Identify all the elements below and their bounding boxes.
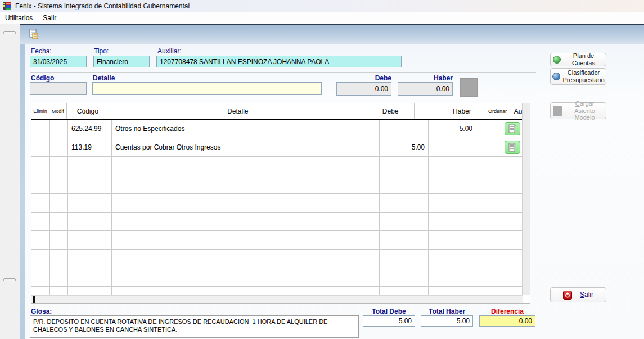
clasificador-presupuestario-button[interactable]: Clasificador Presupuestario	[550, 68, 606, 85]
grid-body: 625.24.99 Otros no Especificados 5.00	[31, 120, 530, 295]
total-haber-label: Total Haber	[421, 308, 473, 315]
empty-row	[31, 175, 530, 194]
power-icon	[563, 291, 572, 300]
blue-sphere-icon	[552, 73, 560, 80]
cell-haber[interactable]: 5.00	[429, 120, 476, 138]
document-copy-icon	[28, 28, 40, 40]
glosa-label: Glosa:	[31, 308, 52, 315]
notepad-icon	[508, 143, 516, 152]
grid-vertical-scrollbar[interactable]	[522, 103, 530, 295]
left-splitter-panel[interactable]	[0, 24, 20, 339]
splitter-handle-bottom[interactable]	[3, 278, 16, 281]
empty-row	[31, 157, 530, 175]
title-bar: Fenix - Sistema Integrado de Contabilida…	[0, 0, 644, 12]
haber-label: Haber	[398, 74, 453, 82]
col-header-ordenar-x	[415, 103, 439, 119]
debe-label: Debe	[336, 74, 391, 82]
fecha-label: Fecha:	[31, 47, 52, 55]
hscroll-thumb[interactable]	[33, 296, 35, 303]
menu-salir[interactable]: Salir	[38, 13, 61, 23]
cell-codigo[interactable]: 113.19	[68, 138, 112, 156]
splitter-handle-top[interactable]	[3, 31, 16, 34]
empty-row	[31, 287, 530, 295]
cell-detalle[interactable]: Cuentas por Cobrar Otros Ingresos	[112, 138, 380, 156]
col-header-debe: Debe	[367, 103, 415, 119]
debe-input[interactable]: 0.00	[336, 82, 391, 96]
col-header-ordenar: Ordenar	[485, 103, 510, 119]
aux-button[interactable]	[505, 122, 520, 135]
grid-header-row: Elimin Modif Código Detalle Debe Haber O…	[31, 103, 530, 120]
empty-row	[31, 194, 530, 213]
plan-de-cuentas-button[interactable]: Plan de Cuentas	[550, 53, 606, 66]
col-header-elimin: Elimin	[31, 103, 49, 119]
app-logo-icon	[3, 2, 12, 11]
toolbar	[20, 25, 644, 44]
col-header-haber: Haber	[439, 103, 485, 119]
tipo-input[interactable]: Financiero	[93, 56, 150, 67]
table-row[interactable]: 113.19 Cuentas por Cobrar Otros Ingresos…	[31, 138, 530, 157]
cell-debe[interactable]: 5.00	[380, 138, 429, 156]
cell-detalle[interactable]: Otros no Especificados	[112, 120, 380, 138]
plan-de-cuentas-label: Plan de Cuentas	[564, 52, 604, 66]
total-debe-field: 5.00	[363, 315, 415, 327]
cargar-asiento-modelo-button[interactable]: Cargar Asiento Modelo	[550, 102, 606, 119]
entries-grid: Elimin Modif Código Detalle Debe Haber O…	[31, 103, 530, 304]
notepad-icon	[508, 124, 516, 133]
haber-input[interactable]: 0.00	[398, 82, 453, 96]
cargar-asiento-label: Cargar Asiento Modelo	[566, 100, 604, 121]
grid-horizontal-scrollbar[interactable]	[31, 295, 523, 303]
fecha-input[interactable]: 31/03/2025	[30, 56, 87, 67]
empty-row	[31, 250, 530, 268]
auxiliar-input[interactable]: 1207708478 SANTILLAN ESPINOZA JOHANNA PA…	[156, 56, 402, 67]
menu-bar: Utilitarios Salir	[0, 12, 644, 24]
cell-haber[interactable]	[429, 138, 476, 156]
codigo-label: Código	[31, 74, 54, 82]
menu-utilitarios[interactable]: Utilitarios	[0, 13, 38, 23]
empty-row	[31, 213, 530, 231]
aux-button[interactable]	[505, 141, 520, 154]
auxiliar-label: Auxiliar:	[157, 47, 182, 55]
empty-row	[31, 231, 530, 250]
col-header-codigo: Código	[67, 103, 109, 119]
glosa-textarea[interactable]: P/R. DEPOSITO EN CUENTA ROTATIVA DE INGR…	[30, 315, 359, 338]
detalle-input[interactable]	[92, 82, 322, 95]
codigo-input[interactable]	[30, 82, 87, 95]
tipo-label: Tipo:	[94, 47, 109, 55]
col-header-detalle: Detalle	[109, 103, 367, 119]
window-title: Fenix - Sistema Integrado de Contabilida…	[15, 2, 190, 10]
green-sphere-icon	[553, 56, 561, 64]
app-window: Fenix - Sistema Integrado de Contabilida…	[0, 0, 644, 339]
left-edge-strip	[20, 44, 25, 339]
cell-codigo[interactable]: 625.24.99	[68, 120, 112, 138]
add-entry-button[interactable]	[460, 78, 478, 97]
total-debe-label: Total Debe	[363, 308, 415, 315]
col-header-modif: Modif	[49, 103, 67, 119]
form-separator	[30, 72, 536, 73]
cell-debe[interactable]	[380, 120, 429, 138]
gray-square-icon	[553, 106, 562, 116]
table-row[interactable]: 625.24.99 Otros no Especificados 5.00	[31, 120, 530, 138]
clasificador-label: Clasificador Presupuestario	[563, 69, 605, 83]
total-haber-field: 5.00	[421, 315, 473, 327]
empty-row	[31, 268, 530, 287]
detalle-label: Detalle	[93, 74, 115, 82]
diferencia-label: Diferencia	[479, 308, 535, 315]
salir-label: Salir	[580, 291, 593, 299]
diferencia-field: 0.00	[479, 315, 535, 327]
salir-button[interactable]: Salir	[550, 287, 606, 302]
new-document-button[interactable]	[26, 26, 42, 42]
